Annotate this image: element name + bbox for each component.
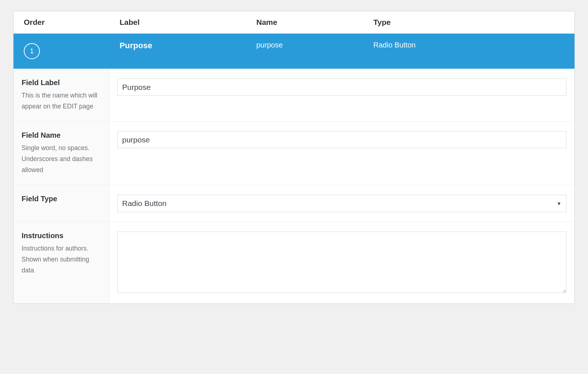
order-badge: 1 bbox=[24, 43, 40, 59]
config-row-instructions: Instructions Instructions for authors. S… bbox=[14, 222, 574, 304]
config-input-col bbox=[109, 222, 574, 304]
header-type: Type bbox=[363, 11, 574, 33]
header-label: Label bbox=[109, 11, 246, 33]
config-title: Field Label bbox=[22, 79, 101, 87]
table-header-row: Order Label Name Type bbox=[14, 11, 574, 34]
config-label-col: Field Type bbox=[14, 185, 109, 221]
config-desc: Single word, no spaces. Underscores and … bbox=[22, 142, 101, 175]
config-input-col bbox=[109, 122, 574, 185]
field-group-panel: Order Label Name Type 1 Purpose purpose … bbox=[13, 11, 575, 304]
config-title: Field Name bbox=[22, 131, 101, 140]
config-title: Instructions bbox=[22, 232, 101, 240]
field-row-type: Radio Button bbox=[363, 34, 574, 69]
config-row-field-type: Field Type Radio Button bbox=[14, 185, 574, 221]
field-row-name: purpose bbox=[246, 34, 363, 69]
config-label-col: Field Name Single word, no spaces. Under… bbox=[14, 122, 109, 185]
field-name-input[interactable] bbox=[117, 131, 566, 148]
config-input-col bbox=[109, 69, 574, 121]
field-type-select[interactable]: Radio Button bbox=[117, 195, 566, 212]
field-label-input[interactable] bbox=[117, 79, 566, 96]
config-row-field-name: Field Name Single word, no spaces. Under… bbox=[14, 121, 574, 185]
field-row-label: Purpose bbox=[109, 34, 246, 69]
config-desc: This is the name which will appear on th… bbox=[22, 90, 101, 112]
field-type-select-wrap: Radio Button bbox=[117, 195, 566, 212]
config-label-col: Instructions Instructions for authors. S… bbox=[14, 222, 109, 304]
field-row-active[interactable]: 1 Purpose purpose Radio Button bbox=[14, 34, 574, 69]
config-label-col: Field Label This is the name which will … bbox=[14, 69, 109, 121]
header-order: Order bbox=[14, 11, 109, 33]
config-row-field-label: Field Label This is the name which will … bbox=[14, 69, 574, 121]
field-row-order: 1 bbox=[14, 34, 109, 69]
config-title: Field Type bbox=[22, 195, 101, 203]
config-desc: Instructions for authors. Shown when sub… bbox=[22, 243, 101, 276]
instructions-textarea[interactable] bbox=[117, 232, 566, 293]
header-name: Name bbox=[246, 11, 363, 33]
config-input-col: Radio Button bbox=[109, 185, 574, 221]
